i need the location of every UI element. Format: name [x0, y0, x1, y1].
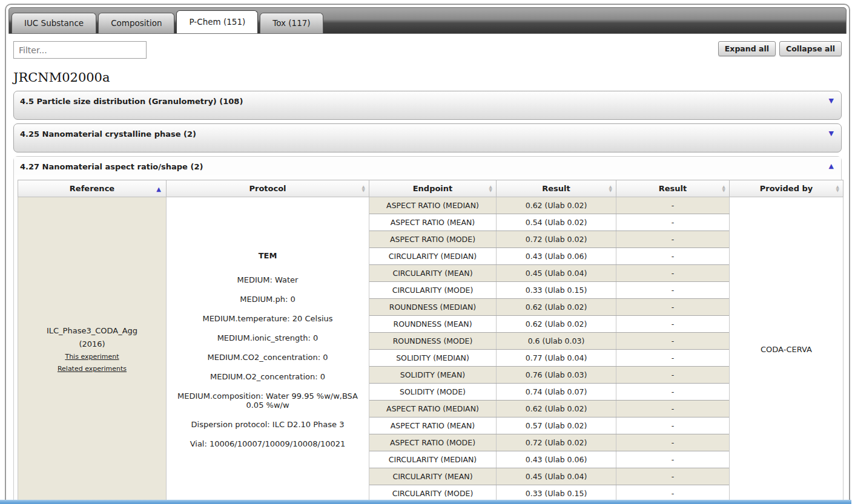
tab-iuc-substance[interactable]: IUC Substance	[12, 13, 96, 33]
result-cell-secondary: -	[616, 417, 730, 434]
sort-ascending-icon: ▲	[156, 185, 161, 192]
protocol-line: Vial: 10006/10007/10009/10008/10021	[175, 439, 360, 448]
endpoint-cell: SOLIDITY (MODE)	[369, 384, 497, 401]
endpoint-cell: ASPECT RATIO (MEDIAN)	[369, 197, 497, 214]
result-cell: 0.76 (Ulab 0.03)	[497, 367, 616, 384]
result-cell-secondary: -	[616, 434, 730, 451]
reference-cell: ILC_Phase3_CODA_Agg(2016)This experiment…	[18, 197, 167, 502]
endpoint-cell: CIRCULARITY (MODE)	[369, 282, 497, 299]
result-cell-secondary: -	[616, 401, 730, 417]
endpoint-cell: ASPECT RATIO (MODE)	[369, 434, 497, 451]
protocol-line: MEDIUM.ionic_strength: 0	[175, 333, 360, 342]
result-cell-secondary: -	[616, 316, 730, 333]
tab-composition[interactable]: Composition	[98, 13, 174, 33]
endpoint-cell: CIRCULARITY (MEDIAN)	[369, 248, 497, 265]
section-title: 4.25 Nanomaterial crystalline phase (2)	[20, 129, 196, 139]
content: 4.5 Particle size distribution (Granulom…	[8, 91, 847, 504]
section-header-aspect-ratio-shape[interactable]: 4.27 Nanomaterial aspect ratio/shape (2)…	[14, 157, 841, 175]
column-header-endpoint[interactable]: Endpoint▲▼	[369, 180, 497, 197]
protocol-line: MEDIUM.O2_concentration: 0	[175, 372, 360, 381]
page-title: JRCNM02000a	[8, 65, 847, 91]
protocol-line: MEDIUM.temperature: 20 Celsius	[175, 314, 360, 323]
result-cell: 0.43 (Ulab 0.06)	[497, 248, 616, 265]
column-label: Provided by	[760, 184, 813, 193]
section-title: 4.5 Particle size distribution (Granulom…	[20, 97, 243, 106]
result-cell: 0.54 (Ulab 0.02)	[497, 214, 616, 231]
endpoint-cell: ASPECT RATIO (MEAN)	[369, 417, 497, 434]
sort-both-icon: ▲▼	[609, 185, 612, 192]
endpoint-cell: ASPECT RATIO (MEDIAN)	[369, 401, 497, 417]
section-header-crystalline-phase[interactable]: 4.25 Nanomaterial crystalline phase (2) …	[13, 123, 842, 152]
sort-both-icon: ▲▼	[362, 185, 365, 192]
result-cell: 0.77 (Ulab 0.04)	[497, 350, 616, 367]
result-cell: 0.62 (Ulab 0.02)	[497, 197, 616, 214]
result-cell-secondary: -	[616, 248, 730, 265]
result-cell: 0.62 (Ulab 0.02)	[497, 316, 616, 333]
section-title: 4.27 Nanomaterial aspect ratio/shape (2)	[20, 162, 203, 171]
chevron-down-icon: ▼	[829, 97, 834, 105]
endpoint-cell: SOLIDITY (MEAN)	[369, 367, 497, 384]
reference-name: ILC_Phase3_CODA_Agg	[47, 326, 137, 335]
chevron-down-icon: ▼	[829, 129, 834, 137]
result-cell-secondary: -	[616, 367, 730, 384]
column-header-protocol[interactable]: Protocol▲▼	[167, 180, 369, 197]
result-cell-secondary: -	[616, 197, 730, 214]
result-cell: 0.57 (Ulab 0.02)	[497, 417, 616, 434]
result-cell-secondary: -	[616, 384, 730, 401]
protocol-line: Dispersion protocol: ILC D2.10 Phase 3	[175, 420, 360, 429]
result-cell: 0.74 (Ulab 0.07)	[497, 384, 616, 401]
filter-input[interactable]	[13, 41, 147, 59]
column-header-result[interactable]: Result▲▼	[616, 180, 730, 197]
provided-by-cell: CODA-CERVA	[730, 197, 843, 502]
column-header-provided-by[interactable]: Provided by▲▼	[730, 180, 843, 197]
endpoint-cell: ROUNDNESS (MEDIAN)	[369, 299, 497, 316]
result-cell: 0.62 (Ulab 0.02)	[497, 299, 616, 316]
result-cell-secondary: -	[616, 282, 730, 299]
endpoint-cell: ROUNDNESS (MODE)	[369, 333, 497, 350]
results-table: Reference▲Protocol▲▼Endpoint▲▼Result▲▼Re…	[18, 180, 843, 502]
sort-both-icon: ▲▼	[722, 185, 725, 192]
column-label: Endpoint	[413, 184, 453, 193]
protocol-line: MEDIUM: Water	[175, 275, 360, 284]
column-label: Reference	[70, 184, 114, 193]
column-header-result[interactable]: Result▲▼	[497, 180, 616, 197]
table-header-row: Reference▲Protocol▲▼Endpoint▲▼Result▲▼Re…	[18, 180, 843, 197]
result-cell-secondary: -	[616, 350, 730, 367]
result-cell-secondary: -	[616, 468, 730, 485]
reference-year: (2016)	[79, 339, 105, 349]
collapse-all-button[interactable]: Collapse all	[779, 41, 842, 56]
protocol-cell: TEMMEDIUM: WaterMEDIUM.ph: 0MEDIUM.tempe…	[167, 197, 369, 502]
result-cell: 0.72 (Ulab 0.02)	[497, 231, 616, 248]
expand-all-button[interactable]: Expand all	[718, 41, 776, 56]
section-aspect-ratio-shape: 4.27 Nanomaterial aspect ratio/shape (2)…	[13, 156, 842, 504]
tab-bar: IUC SubstanceCompositionP-Chem (151)Tox …	[8, 7, 847, 34]
result-cell: 0.45 (Ulab 0.04)	[497, 265, 616, 282]
column-label: Result	[542, 184, 570, 193]
tab-p-chem-151-[interactable]: P-Chem (151)	[176, 10, 258, 33]
result-cell: 0.45 (Ulab 0.04)	[497, 468, 616, 485]
column-header-reference[interactable]: Reference▲	[18, 180, 167, 197]
bottom-scroll-strip	[0, 500, 851, 504]
result-cell-secondary: -	[616, 214, 730, 231]
reference-link-related-experiments[interactable]: Related experiments	[58, 365, 127, 373]
sort-both-icon: ▲▼	[489, 185, 492, 192]
accordion-controls: Expand all Collapse all	[718, 41, 842, 56]
table-row: ILC_Phase3_CODA_Agg(2016)This experiment…	[18, 197, 843, 214]
result-cell-secondary: -	[616, 231, 730, 248]
result-cell: 0.6 (Ulab 0.03)	[497, 333, 616, 350]
page-frame: IUC SubstanceCompositionP-Chem (151)Tox …	[5, 4, 850, 504]
column-label: Protocol	[249, 184, 286, 193]
result-cell-secondary: -	[616, 451, 730, 468]
result-cell-secondary: -	[616, 333, 730, 350]
result-cell-secondary: -	[616, 299, 730, 316]
tab-tox-117-[interactable]: Tox (117)	[260, 13, 323, 33]
endpoint-cell: ASPECT RATIO (MEAN)	[369, 214, 497, 231]
endpoint-cell: CIRCULARITY (MEAN)	[369, 265, 497, 282]
toolbar: Expand all Collapse all	[8, 34, 847, 65]
section-header-particle-size[interactable]: 4.5 Particle size distribution (Granulom…	[13, 91, 842, 120]
reference-link-this-experiment[interactable]: This experiment	[65, 353, 119, 361]
sort-both-icon: ▲▼	[836, 185, 839, 192]
endpoint-cell: CIRCULARITY (MEAN)	[369, 468, 497, 485]
chevron-up-icon: ▲	[829, 162, 834, 170]
endpoint-cell: ASPECT RATIO (MODE)	[369, 231, 497, 248]
